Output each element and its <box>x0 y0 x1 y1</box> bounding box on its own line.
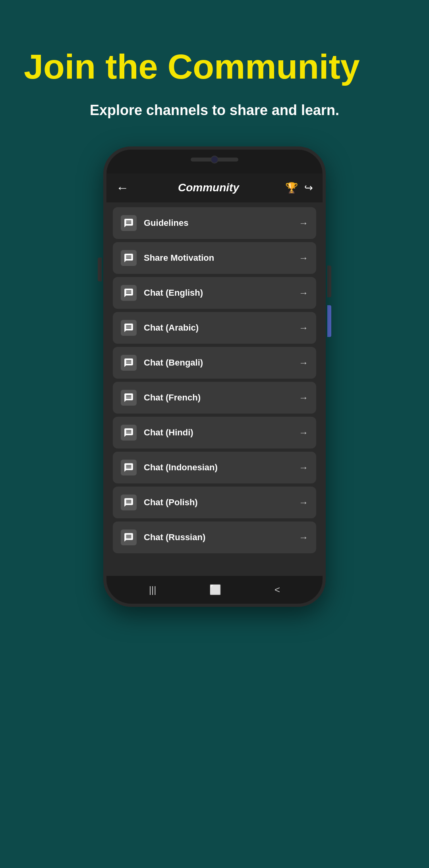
channel-name: Chat (Indonesian) <box>144 462 218 473</box>
phone-notch <box>106 150 323 173</box>
chat-icon-svg <box>124 323 134 333</box>
volume-down-button <box>327 305 331 337</box>
channel-name: Guidelines <box>144 218 188 228</box>
channel-left: Chat (Arabic) <box>121 320 199 336</box>
channel-item[interactable]: Chat (English) → <box>113 277 316 309</box>
channel-item[interactable]: Chat (French) → <box>113 382 316 414</box>
channel-item[interactable]: Chat (Polish) → <box>113 487 316 518</box>
chat-icon <box>121 215 137 231</box>
channel-left: Guidelines <box>121 215 188 231</box>
home-button[interactable]: ⬜ <box>209 584 221 595</box>
chat-icon <box>121 250 137 266</box>
chat-icon-svg <box>124 462 134 473</box>
trophy-icon[interactable]: 🏆 <box>285 182 298 194</box>
channel-left: Chat (French) <box>121 390 201 406</box>
back-button[interactable]: ← <box>116 181 132 195</box>
arrow-icon: → <box>299 497 308 508</box>
arrow-icon: → <box>299 287 308 298</box>
channel-name: Share Motivation <box>144 253 214 263</box>
channel-item[interactable]: Chat (Indonesian) → <box>113 452 316 483</box>
share-icon[interactable]: ↪ <box>304 182 313 194</box>
chat-icon-svg <box>124 253 134 263</box>
screen-title: Community <box>178 181 239 194</box>
arrow-icon: → <box>299 252 308 264</box>
back-button-nav[interactable]: < <box>274 584 280 595</box>
chat-icon-svg <box>124 218 134 228</box>
chat-icon-svg <box>124 358 134 368</box>
bottom-nav: ||| ⬜ < <box>106 576 323 604</box>
channel-name: Chat (Arabic) <box>144 323 199 333</box>
arrow-icon: → <box>299 217 308 229</box>
chat-icon <box>121 529 137 545</box>
channel-item[interactable]: Share Motivation → <box>113 242 316 274</box>
channel-item[interactable]: Chat (Bengali) → <box>113 347 316 379</box>
chat-icon <box>121 355 137 371</box>
arrow-icon: → <box>299 427 308 438</box>
channel-name: Chat (Russian) <box>144 532 205 543</box>
header-icons: 🏆 ↪ <box>285 182 313 194</box>
recent-apps-button[interactable]: ||| <box>149 584 157 595</box>
channel-left: Chat (Hindi) <box>121 425 193 441</box>
chat-icon <box>121 495 137 510</box>
channel-item[interactable]: Chat (Hindi) → <box>113 417 316 448</box>
page-subtitle: Explore channels to share and learn. <box>90 102 339 119</box>
chat-icon-svg <box>124 497 134 508</box>
chat-icon <box>121 460 137 475</box>
chat-icon-svg <box>124 393 134 403</box>
channel-name: Chat (English) <box>144 288 203 298</box>
volume-button <box>98 258 102 281</box>
camera <box>211 156 218 164</box>
arrow-icon: → <box>299 392 308 403</box>
channel-left: Share Motivation <box>121 250 214 266</box>
phone-mockup: ← Community 🏆 ↪ Guidelines → <box>103 146 326 607</box>
chat-icon <box>121 425 137 441</box>
channel-name: Chat (French) <box>144 393 201 403</box>
chat-icon-svg <box>124 288 134 298</box>
app-screen: ← Community 🏆 ↪ Guidelines → <box>106 173 323 576</box>
arrow-icon: → <box>299 462 308 473</box>
channel-left: Chat (Indonesian) <box>121 460 218 475</box>
chat-icon <box>121 390 137 406</box>
channel-left: Chat (Russian) <box>121 529 205 545</box>
channel-left: Chat (Polish) <box>121 495 198 510</box>
chat-icon <box>121 285 137 301</box>
arrow-icon: → <box>299 322 308 333</box>
channel-name: Chat (Hindi) <box>144 427 193 438</box>
power-button <box>327 266 331 297</box>
channel-item[interactable]: Chat (Russian) → <box>113 522 316 553</box>
channel-item[interactable]: Guidelines → <box>113 207 316 239</box>
arrow-icon: → <box>299 532 308 543</box>
channel-list: Guidelines → Share Motivation → <box>106 202 323 576</box>
app-header: ← Community 🏆 ↪ <box>106 173 323 202</box>
channel-name: Chat (Bengali) <box>144 358 203 368</box>
channel-left: Chat (Bengali) <box>121 355 203 371</box>
page-title: Join the Community <box>0 48 429 86</box>
arrow-icon: → <box>299 357 308 368</box>
chat-icon-svg <box>124 427 134 438</box>
chat-icon <box>121 320 137 336</box>
channel-item[interactable]: Chat (Arabic) → <box>113 312 316 344</box>
channel-left: Chat (English) <box>121 285 203 301</box>
chat-icon-svg <box>124 532 134 543</box>
channel-name: Chat (Polish) <box>144 497 198 508</box>
phone-frame: ← Community 🏆 ↪ Guidelines → <box>103 146 326 607</box>
